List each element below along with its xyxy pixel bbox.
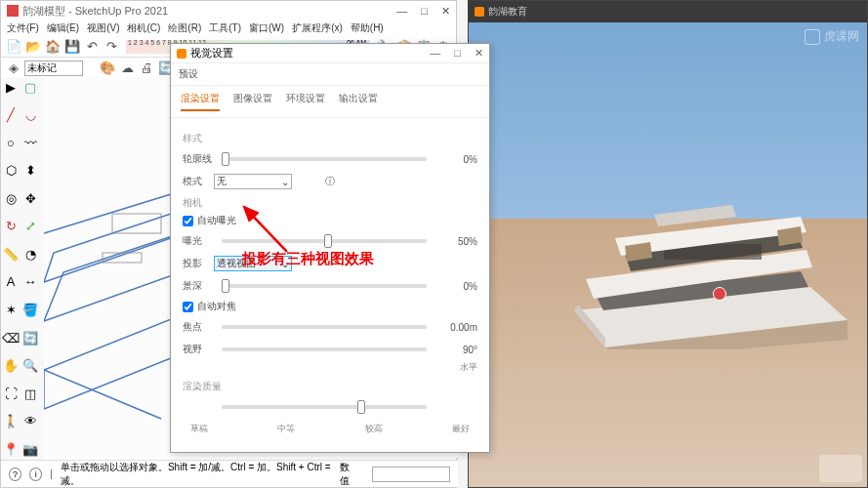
protractor-tool[interactable]: ◔	[21, 244, 40, 264]
menu-tools[interactable]: 工具(T)	[209, 21, 241, 35]
orbit-tool[interactable]: 🔄	[21, 328, 40, 347]
walk-tool[interactable]: 🚶	[1, 412, 21, 431]
menu-edit[interactable]: 编辑(E)	[47, 21, 79, 35]
dialog-app-icon	[177, 49, 186, 59]
auto-focus-checkbox[interactable]	[183, 302, 193, 312]
print-icon[interactable]: 🖨	[138, 60, 155, 77]
arc-tool[interactable]: ◡	[21, 105, 40, 125]
offset-tool[interactable]: ◎	[1, 188, 21, 208]
render-cursor-icon	[713, 287, 726, 301]
line-tool[interactable]: ╱	[1, 105, 21, 125]
rect-tool[interactable]: ▢	[21, 77, 40, 97]
row-depth: 景深 0%	[183, 277, 477, 295]
dialog-maximize-button[interactable]: □	[454, 47, 461, 60]
bucket-tool[interactable]: 🪣	[21, 301, 40, 320]
position-tool[interactable]: 📍	[1, 439, 21, 459]
maximize-button[interactable]: □	[421, 5, 428, 18]
render-viewport[interactable]: 虎课网	[469, 22, 868, 488]
text-tool[interactable]: A	[1, 272, 21, 292]
menu-ext[interactable]: 扩展程序(x)	[292, 21, 343, 35]
section-quality: 渲染质量	[183, 380, 477, 393]
rotate-tool[interactable]: ↻	[1, 217, 21, 236]
corner-logo	[819, 455, 862, 482]
tab-env[interactable]: 环境设置	[286, 92, 325, 111]
watermark-text: 虎课网	[824, 28, 859, 45]
close-button[interactable]: ✕	[441, 5, 450, 18]
redo-icon[interactable]: ↷	[103, 38, 120, 56]
dialog-minimize-button[interactable]: —	[430, 47, 440, 60]
auto-exposure-checkbox[interactable]	[183, 216, 193, 226]
preset-label[interactable]: 预设	[171, 63, 489, 86]
eraser-tool[interactable]: ⌫	[1, 328, 21, 347]
exposure-slider[interactable]	[222, 239, 427, 243]
menu-draw[interactable]: 绘图(R)	[168, 21, 201, 35]
render-titlebar: 韵湖教育	[469, 1, 867, 22]
new-icon[interactable]: 📄	[5, 38, 22, 56]
mode-select[interactable]: 无⌄	[214, 174, 292, 189]
tab-image[interactable]: 图像设置	[233, 92, 272, 111]
focus-slider[interactable]	[222, 325, 427, 329]
fov-slider[interactable]	[222, 347, 427, 351]
tab-output[interactable]: 输出设置	[339, 92, 378, 111]
move-tool[interactable]: ✥	[21, 188, 40, 208]
depth-value: 0%	[434, 281, 477, 292]
freehand-tool[interactable]: 〰	[21, 133, 40, 152]
dialog-tabs: 渲染设置 图像设置 环境设置 输出设置	[171, 86, 489, 118]
zoomext-tool[interactable]: ⛶	[1, 384, 21, 403]
tape-tool[interactable]: 📏	[1, 244, 21, 264]
mode-info-icon[interactable]: ⓘ	[292, 175, 335, 188]
row-auto-focus: 自动对焦	[183, 300, 477, 313]
menu-help[interactable]: 帮助(H)	[351, 21, 384, 35]
svg-line-1	[44, 370, 161, 419]
menu-file[interactable]: 文件(F)	[7, 21, 39, 35]
layer-name-input[interactable]	[24, 61, 83, 76]
fov-label: 视野	[183, 343, 214, 356]
row-focus: 焦点 0.00m	[183, 318, 477, 336]
outline-label: 轮廓线	[183, 152, 214, 166]
dialog-titlebar[interactable]: 视觉设置 — □ ✕	[171, 44, 489, 63]
menu-window[interactable]: 窗口(W)	[249, 21, 284, 35]
layer-icon[interactable]: ◈	[5, 60, 22, 77]
menu-view[interactable]: 视图(V)	[87, 21, 119, 35]
section-tool[interactable]: ◫	[21, 384, 40, 403]
axes-tool[interactable]: ✶	[1, 301, 21, 320]
render-title: 韵湖教育	[488, 5, 527, 19]
menu-camera[interactable]: 相机(C)	[127, 21, 160, 35]
status-icon-2[interactable]: i	[29, 468, 42, 481]
depth-slider[interactable]	[222, 284, 427, 288]
statusbar: ? i | 单击或拖动以选择对象。Shift = 加/减。Ctrl = 加。Sh…	[1, 460, 458, 487]
polygon-tool[interactable]: ⬡	[1, 161, 21, 181]
watermark: 虎课网	[805, 28, 859, 45]
window-title: 韵湖模型 - SketchUp Pro 2021	[22, 4, 168, 19]
circle-tool[interactable]: ○	[1, 133, 21, 152]
focus-value: 0.00m	[434, 322, 477, 333]
open-icon[interactable]: 📂	[24, 38, 42, 56]
depth-label: 景深	[183, 279, 214, 293]
fov-value: 90°	[434, 345, 477, 355]
look-tool[interactable]: 👁	[21, 412, 40, 431]
home-icon[interactable]: 🏠	[44, 38, 62, 56]
save-icon[interactable]: 💾	[63, 38, 81, 56]
quality-slider[interactable]	[222, 405, 427, 409]
minimize-button[interactable]: —	[396, 5, 407, 18]
dim-tool[interactable]: ↔	[21, 272, 40, 292]
select-tool[interactable]: ▶	[1, 77, 21, 97]
camera-tool[interactable]: 📷	[21, 439, 40, 459]
render-app-icon	[475, 7, 484, 17]
scale-tool[interactable]: ⤢	[21, 217, 40, 236]
pan-tool[interactable]: ✋	[1, 356, 21, 376]
push-tool[interactable]: ⬍	[21, 161, 40, 181]
value-input[interactable]	[372, 467, 450, 482]
outline-slider[interactable]	[222, 157, 427, 161]
cloud-icon[interactable]: ☁	[118, 60, 136, 77]
tab-render[interactable]: 渲染设置	[181, 92, 220, 111]
row-outline: 轮廓线 0%	[183, 150, 477, 168]
toolbox: ▶ ▢ ╱ ◡ ○ 〰 ⬡ ⬍ ◎ ✥ ↻ ⤢ 📏 ◔ A ↔ ✶ 🪣 ⌫ 🔄 …	[1, 77, 44, 468]
paint-icon[interactable]: 🎨	[99, 60, 116, 77]
dialog-close-button[interactable]: ✕	[475, 47, 483, 60]
undo-icon[interactable]: ↶	[83, 38, 101, 56]
row-mode: 模式 无⌄ ⓘ	[183, 173, 477, 190]
status-icon-1[interactable]: ?	[9, 468, 21, 481]
section-style: 样式	[183, 132, 477, 145]
zoom-tool[interactable]: 🔍	[21, 356, 40, 376]
